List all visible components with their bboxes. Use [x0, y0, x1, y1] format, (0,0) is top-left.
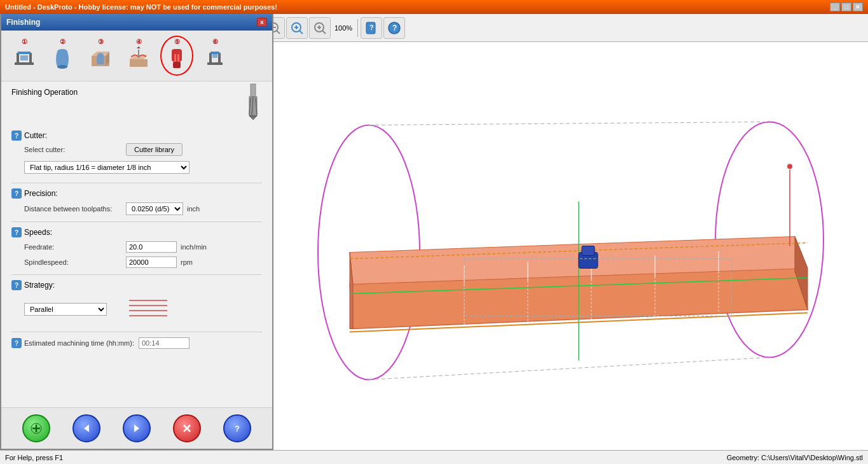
section-finishing-title: Finishing Operation	[11, 88, 78, 97]
maximize-button[interactable]: □	[841, 3, 851, 11]
svg-rect-94	[173, 62, 181, 68]
svg-line-45	[322, 31, 326, 34]
distance-unit: inch	[187, 205, 200, 213]
time-label: Estimated machining time (hh:mm):	[24, 339, 139, 347]
svg-rect-78	[15, 62, 34, 65]
step-1-setup[interactable]: ①	[8, 36, 41, 76]
status-bar: For Help, press F1 Geometry: C:\Users\Vi…	[0, 450, 868, 464]
svg-line-41	[300, 31, 303, 34]
strategy-preview	[126, 295, 170, 323]
speeds-help-btn[interactable]: ?	[11, 227, 22, 237]
feedrate-input[interactable]	[126, 241, 177, 253]
forward-button[interactable]	[123, 414, 151, 442]
step-3-icon	[86, 45, 114, 73]
spindle-label: Spindlespeed:	[24, 258, 126, 266]
svg-text:?: ?	[369, 24, 374, 31]
cancel-button[interactable]	[173, 414, 201, 442]
precision-help-btn[interactable]: ?	[11, 188, 22, 199]
cancel-icon	[181, 422, 193, 435]
cutter-help-btn[interactable]: ?	[11, 130, 22, 141]
question-button[interactable]: ?	[383, 17, 405, 39]
svg-rect-80	[29, 53, 32, 62]
step-1-icon	[10, 45, 38, 73]
step-5-icon	[163, 45, 191, 73]
title-bar-buttons: _ □ ✕	[830, 3, 863, 11]
question-icon: ?	[387, 20, 402, 36]
dialog-title: Finishing	[6, 18, 40, 27]
help-button[interactable]: ?	[223, 414, 251, 442]
back-button[interactable]	[72, 414, 100, 442]
svg-line-37	[277, 31, 280, 34]
select-cutter-label: Select cutter:	[24, 146, 126, 153]
step-5-cutter[interactable]: ⑤	[160, 36, 193, 76]
forward-icon	[130, 422, 143, 435]
steps-row: ① ②	[1, 31, 272, 81]
step-6-icon	[201, 45, 229, 73]
svg-rect-79	[17, 53, 19, 62]
3d-scene	[273, 42, 868, 450]
divider-1	[11, 183, 262, 183]
svg-rect-96	[177, 54, 179, 62]
toolbar-sep-3	[357, 19, 358, 37]
minimize-button[interactable]: _	[830, 3, 840, 11]
zoom-in-icon	[312, 20, 327, 36]
strategy-help-btn[interactable]: ?	[11, 280, 22, 290]
step-2-model[interactable]: ②	[46, 36, 79, 76]
svg-rect-98	[209, 53, 212, 63]
title-text: Untitled - DeskProto - Hobby license: ma…	[5, 3, 277, 11]
status-right: Geometry: C:\Users\VitalV\Desktop\Wing.s…	[727, 454, 863, 461]
zoom-fit-icon	[289, 20, 305, 36]
svg-marker-92	[137, 46, 141, 48]
svg-rect-93	[172, 49, 182, 62]
zoom-fit-button[interactable]	[286, 17, 308, 39]
svg-point-84	[57, 65, 67, 69]
feedrate-label: Feedrate:	[24, 243, 126, 251]
dialog-content: Finishing Operation ? Cutter:	[1, 81, 272, 407]
cutter-library-button[interactable]: Cutter library	[126, 143, 183, 156]
strategy-dropdown[interactable]: Parallel	[24, 303, 107, 316]
spindle-unit: rpm	[181, 258, 193, 266]
svg-text:?: ?	[235, 424, 240, 433]
dialog-close-button[interactable]: ×	[257, 18, 267, 27]
title-bar: Untitled - DeskProto - Hobby license: ma…	[0, 0, 868, 14]
finishing-dialog: Finishing × ① ②	[0, 14, 273, 450]
dialog-title-bar: Finishing ×	[1, 14, 272, 31]
help-book-icon: ?	[364, 20, 379, 36]
divider-4	[11, 332, 262, 332]
distance-dropdown[interactable]: 0.0250 (d/5)	[126, 202, 183, 215]
svg-rect-99	[218, 53, 221, 63]
cutter-label: Cutter:	[24, 131, 47, 140]
cutter-image	[244, 83, 262, 123]
run-icon	[30, 422, 43, 435]
svg-point-76	[787, 164, 792, 169]
status-left: For Help, press F1	[5, 454, 63, 461]
close-button[interactable]: ✕	[853, 3, 863, 11]
dialog-bottom-bar: ?	[1, 407, 272, 449]
step-3-material[interactable]: ③	[84, 36, 117, 76]
divider-3	[11, 274, 262, 275]
divider-2	[11, 221, 262, 222]
time-input	[139, 337, 189, 349]
step-2-icon	[48, 45, 76, 73]
svg-rect-74	[582, 246, 595, 256]
step-4-operation[interactable]: ④	[122, 36, 155, 76]
back-icon	[80, 422, 93, 435]
3d-view-area[interactable]	[273, 42, 868, 450]
svg-marker-115	[84, 425, 89, 432]
distance-label: Distance between toolpaths:	[24, 205, 126, 213]
zoom-in-button[interactable]	[309, 17, 331, 39]
spindle-input[interactable]	[126, 257, 177, 268]
svg-rect-100	[210, 52, 219, 54]
svg-marker-107	[249, 116, 257, 120]
zoom-label: 100%	[334, 24, 352, 32]
svg-rect-89	[130, 59, 148, 67]
strategy-label: Strategy:	[24, 281, 55, 290]
svg-rect-95	[174, 54, 176, 62]
step-6-output[interactable]: ⑥	[198, 36, 231, 76]
time-help-btn[interactable]: ?	[11, 338, 22, 348]
svg-text:?: ?	[392, 24, 397, 32]
precision-label: Precision:	[24, 189, 58, 198]
run-button[interactable]	[22, 414, 50, 442]
cutter-dropdown[interactable]: Flat tip, radius 1/16 = diameter 1/8 inc…	[24, 161, 189, 174]
help-content-button[interactable]: ?	[361, 17, 382, 39]
